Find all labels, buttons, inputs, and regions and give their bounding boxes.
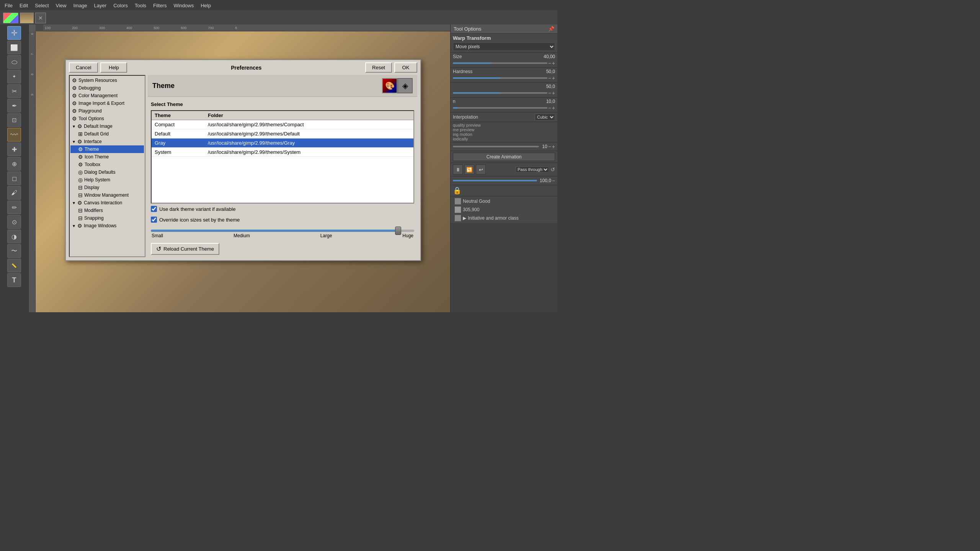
- image-windows-arrow: ▼: [72, 224, 77, 228]
- dialog-body: ⚙ System Resources ⚙ Debugging ⚙ Color M…: [66, 75, 420, 260]
- image-windows-icon: ⚙: [77, 223, 82, 229]
- sidebar-label-interface: Interface: [84, 139, 102, 144]
- theme-table: Theme Folder Compact /usr/local/share/gi…: [152, 111, 413, 203]
- interface-arrow: ▼: [72, 140, 77, 144]
- sidebar-item-toolbox[interactable]: ⚙ Toolbox: [70, 161, 144, 168]
- override-icons-checkbox-row: Override icon sizes set by the theme: [148, 214, 417, 225]
- default-image-icon: ⚙: [77, 123, 82, 129]
- dialog-defaults-icon: ◎: [78, 169, 83, 175]
- help-button[interactable]: Help: [100, 62, 127, 73]
- sidebar-item-modifiers[interactable]: ⊟ Modifiers: [70, 207, 144, 214]
- sidebar-item-dialog-defaults[interactable]: ◎ Dialog Defaults: [70, 168, 144, 176]
- display-icon: ⊟: [78, 184, 83, 191]
- modifiers-icon: ⊟: [78, 207, 83, 214]
- sidebar-label-window-management: Window Management: [84, 192, 129, 198]
- image-import-icon: ⚙: [72, 100, 77, 106]
- sidebar-label-display: Display: [84, 185, 99, 190]
- sidebar-label-toolbox: Toolbox: [85, 162, 100, 167]
- toolbox-icon: ⚙: [78, 161, 83, 168]
- sidebar-item-theme[interactable]: ⚙ Theme: [70, 145, 144, 153]
- theme-section-title: Theme: [152, 82, 175, 90]
- sidebar-item-image-import[interactable]: ⚙ Image Import & Export: [70, 99, 144, 107]
- content-panel: Theme 🎨 ◈ Select Theme The: [148, 75, 417, 257]
- default-image-arrow: ▼: [72, 124, 77, 129]
- ok-button[interactable]: OK: [394, 62, 417, 73]
- sidebar-item-interface[interactable]: ▼ ⚙ Interface: [70, 138, 144, 145]
- sidebar-item-default-grid[interactable]: ⊞ Default Grid: [70, 130, 144, 138]
- dark-theme-checkbox-row: Use dark theme variant if available: [148, 204, 417, 214]
- icon-theme-icon: ⚙: [78, 154, 83, 160]
- theme-row-compact[interactable]: Compact /usr/local/share/gimp/2.99/theme…: [152, 120, 413, 129]
- dialog-button-bar: Cancel Help Preferences Reset OK: [66, 60, 420, 75]
- select-theme-label: Select Theme: [148, 100, 417, 109]
- sidebar-item-default-image[interactable]: ▼ ⚙ Default Image: [70, 122, 144, 130]
- sidebar-item-display[interactable]: ⊟ Display: [70, 184, 144, 191]
- sidebar-item-image-windows[interactable]: ▼ ⚙ Image Windows: [70, 222, 144, 230]
- slider-small-label: Small: [152, 233, 163, 238]
- reset-button[interactable]: Reset: [365, 62, 392, 73]
- sidebar-item-color-management[interactable]: ⚙ Color Management: [70, 92, 144, 99]
- theme-tile-icon: ◈: [397, 78, 413, 93]
- sidebar-label-default-image: Default Image: [84, 124, 113, 129]
- cancel-button[interactable]: Cancel: [69, 62, 98, 73]
- sidebar-label-modifiers: Modifiers: [84, 208, 103, 213]
- default-grid-icon: ⊞: [78, 131, 83, 137]
- dialog-title: Preferences: [129, 65, 363, 71]
- tool-options-icon: ⚙: [72, 116, 77, 122]
- tree-sidebar: ⚙ System Resources ⚙ Debugging ⚙ Color M…: [69, 75, 145, 257]
- theme-folder-default: /usr/local/share/gimp/2.99/themes/Defaul…: [205, 129, 413, 139]
- sidebar-item-window-management[interactable]: ⊟ Window Management: [70, 191, 144, 199]
- sidebar-label-color-management: Color Management: [78, 93, 118, 98]
- sidebar-label-icon-theme: Icon Theme: [85, 154, 109, 160]
- palette-icon: 🎨: [382, 78, 397, 93]
- reload-icon: ↺: [156, 245, 161, 253]
- sidebar-item-debugging[interactable]: ⚙ Debugging: [70, 84, 144, 92]
- color-management-icon: ⚙: [72, 93, 77, 99]
- help-system-icon: ◎: [78, 177, 83, 183]
- sidebar-item-snapping[interactable]: ⊟ Snapping: [70, 214, 144, 222]
- sidebar-label-dialog-defaults: Dialog Defaults: [84, 170, 115, 175]
- sidebar-label-help-system: Help System: [84, 177, 110, 183]
- theme-row-default[interactable]: Default /usr/local/share/gimp/2.99/theme…: [152, 129, 413, 139]
- slider-huge-label: Huge: [402, 233, 413, 238]
- system-resources-icon: ⚙: [72, 77, 77, 83]
- sidebar-label-snapping: Snapping: [84, 215, 104, 221]
- sidebar-label-canvas-interaction: Canvas Interaction: [84, 200, 122, 205]
- override-icons-checkbox[interactable]: [151, 217, 157, 223]
- theme-name-gray: Gray: [152, 139, 205, 148]
- theme-row-gray[interactable]: Gray /usr/local/share/gimp/2.99/themes/G…: [152, 139, 413, 148]
- canvas-interaction-icon: ⚙: [77, 200, 82, 206]
- icon-size-slider[interactable]: [151, 230, 414, 232]
- sidebar-item-canvas-interaction[interactable]: ▼ ⚙ Canvas Interaction: [70, 199, 144, 207]
- theme-row-system[interactable]: System /usr/local/share/gimp/2.99/themes…: [152, 148, 413, 157]
- col-header-theme: Theme: [152, 111, 205, 120]
- dark-theme-label: Use dark theme variant if available: [159, 206, 235, 212]
- sidebar-label-image-import: Image Import & Export: [78, 101, 124, 106]
- theme-name-default: Default: [152, 129, 205, 139]
- dialog-overlay: Cancel Help Preferences Reset OK ⚙ Syste…: [0, 0, 557, 312]
- sidebar-item-playground[interactable]: ⚙ Playground: [70, 107, 144, 115]
- sidebar-label-tool-options: Tool Options: [78, 116, 104, 121]
- reload-label: Reload Current Theme: [163, 246, 214, 252]
- col-header-folder: Folder: [205, 111, 413, 120]
- preferences-dialog: Cancel Help Preferences Reset OK ⚙ Syste…: [65, 59, 421, 261]
- sidebar-item-system-resources[interactable]: ⚙ System Resources: [70, 77, 144, 84]
- theme-icon-group: 🎨 ◈: [382, 78, 413, 93]
- sidebar-item-tool-options[interactable]: ⚙ Tool Options: [70, 115, 144, 122]
- theme-section-header: Theme 🎨 ◈: [148, 75, 417, 97]
- theme-name-system: System: [152, 148, 205, 157]
- sidebar-label-theme: Theme: [85, 147, 99, 152]
- theme-folder-gray: /usr/local/share/gimp/2.99/themes/Gray: [205, 139, 413, 148]
- sidebar-label-default-grid: Default Grid: [84, 131, 109, 137]
- theme-folder-compact: /usr/local/share/gimp/2.99/themes/Compac…: [205, 120, 413, 129]
- override-icons-label: Override icon sizes set by the theme: [159, 217, 240, 223]
- sidebar-item-help-system[interactable]: ◎ Help System: [70, 176, 144, 184]
- sidebar-label-image-windows: Image Windows: [84, 223, 116, 228]
- slider-medium-label: Medium: [234, 233, 250, 238]
- canvas-interaction-arrow: ▼: [72, 201, 77, 205]
- sidebar-item-icon-theme[interactable]: ⚙ Icon Theme: [70, 153, 144, 161]
- theme-row-spacer: [152, 157, 413, 203]
- sidebar-label-debugging: Debugging: [78, 85, 101, 91]
- reload-theme-button[interactable]: ↺ Reload Current Theme: [151, 243, 219, 255]
- dark-theme-checkbox[interactable]: [151, 206, 157, 212]
